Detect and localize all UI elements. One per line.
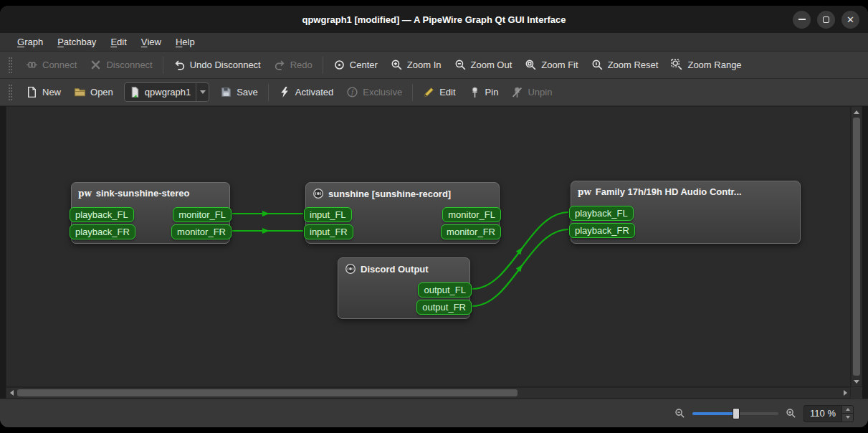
- minimize-button[interactable]: [793, 11, 811, 29]
- disconnect-button[interactable]: Disconnect: [83, 54, 158, 76]
- scroll-down-arrow[interactable]: [852, 376, 862, 386]
- port-input-fr[interactable]: input_FR: [304, 224, 353, 239]
- zoom-range-button[interactable]: Zoom Range: [664, 54, 748, 76]
- minimize-icon: [798, 19, 806, 20]
- menu-view[interactable]: View: [134, 33, 168, 51]
- exclusive-icon: f: [346, 86, 358, 98]
- toolbar-separator: [323, 57, 323, 74]
- undo-icon: [173, 59, 186, 71]
- node-discord-output[interactable]: Discord Output output_FL output_FR: [338, 257, 470, 319]
- zoom-reset-button[interactable]: Zoom Reset: [585, 54, 665, 76]
- port-input-fl[interactable]: input_FL: [304, 207, 352, 222]
- zoom-slider-fill: [692, 412, 734, 415]
- center-button[interactable]: Center: [327, 54, 384, 76]
- graph-toolbar: Connect Disconnect Undo Disconnect Redo …: [0, 52, 868, 79]
- maximize-button[interactable]: [817, 11, 835, 29]
- zoom-spin-down[interactable]: [842, 414, 853, 422]
- menu-help[interactable]: Help: [168, 33, 202, 51]
- port-monitor-fr[interactable]: monitor_FR: [171, 224, 232, 239]
- horizontal-scrollbar[interactable]: [6, 387, 851, 399]
- zoom-out-small-icon[interactable]: [674, 408, 685, 419]
- toolbar-separator: [268, 84, 269, 101]
- menubar: Graph Patchbay Edit View Help: [0, 33, 868, 52]
- toolbar-separator: [163, 57, 163, 74]
- toolbar-separator: [412, 84, 413, 101]
- port-monitor-fl[interactable]: monitor_FL: [173, 207, 232, 222]
- unpin-button[interactable]: Unpin: [505, 82, 558, 103]
- maximize-icon: [823, 16, 829, 23]
- pipewire-icon: pw: [78, 189, 92, 199]
- unpin-icon: [511, 86, 523, 98]
- toolbar-handle[interactable]: [9, 57, 12, 73]
- zoom-value: 110 %: [804, 406, 841, 422]
- svg-text:f: f: [351, 88, 354, 96]
- close-icon: ✕: [846, 15, 854, 24]
- zoom-range-icon: [671, 59, 683, 71]
- scroll-left-arrow[interactable]: [6, 388, 16, 398]
- statusbar: 110 %: [0, 399, 868, 427]
- redo-button[interactable]: Redo: [267, 54, 319, 76]
- zoom-spinbox[interactable]: 110 %: [803, 405, 854, 422]
- zoom-out-icon: [454, 59, 467, 71]
- node-title: Discord Output: [361, 264, 429, 275]
- activated-toggle[interactable]: Activated: [272, 82, 340, 103]
- port-playback-fr[interactable]: playback_FR: [70, 224, 135, 239]
- connect-button[interactable]: Connect: [19, 54, 83, 76]
- graph-canvas[interactable]: pw sink-sunshine-stereo playback_FL play…: [6, 106, 851, 387]
- toolbar-handle[interactable]: [9, 85, 12, 100]
- undo-disconnect-button[interactable]: Undo Disconnect: [167, 54, 267, 76]
- port-monitor-fr[interactable]: monitor_FR: [441, 224, 501, 239]
- menu-patchbay[interactable]: Patchbay: [50, 33, 103, 51]
- patchbay-file-combobox[interactable]: qpwgraph1: [124, 82, 209, 102]
- zoom-slider[interactable]: [692, 407, 778, 420]
- titlebar[interactable]: qpwgraph1 [modified] — A PipeWire Graph …: [0, 6, 868, 33]
- patchbay-file-icon: [129, 86, 141, 98]
- main-area: pw sink-sunshine-stereo playback_FL play…: [0, 106, 868, 399]
- node-title: sink-sunshine-stereo: [96, 188, 190, 199]
- audio-app-icon: [345, 263, 356, 275]
- zoom-fit-icon: [525, 59, 537, 71]
- combo-dropdown-arrow[interactable]: [196, 83, 209, 101]
- edit-toggle[interactable]: Edit: [416, 82, 462, 103]
- pin-button[interactable]: Pin: [462, 82, 505, 103]
- center-icon: [333, 59, 345, 71]
- zoom-in-button[interactable]: Zoom In: [384, 54, 448, 76]
- scrollbar-corner: [851, 387, 862, 399]
- open-button[interactable]: Open: [67, 82, 120, 103]
- close-button[interactable]: ✕: [841, 11, 859, 29]
- vertical-scroll-thumb[interactable]: [853, 118, 860, 376]
- pencil-icon: [423, 86, 435, 98]
- node-title: Family 17h/19h HD Audio Contr...: [596, 186, 742, 197]
- save-icon: [220, 86, 232, 98]
- node-family-hd-audio[interactable]: pw Family 17h/19h HD Audio Contr... play…: [571, 181, 801, 244]
- port-playback-fl[interactable]: playback_FL: [569, 206, 634, 221]
- port-playback-fr[interactable]: playback_FR: [569, 223, 635, 238]
- new-button[interactable]: New: [19, 82, 67, 103]
- port-playback-fl[interactable]: playback_FL: [70, 207, 134, 222]
- zoom-reset-icon: [591, 59, 604, 71]
- node-title: sunshine [sunshine-record]: [328, 189, 451, 199]
- zoom-out-button[interactable]: Zoom Out: [448, 54, 519, 76]
- menu-edit[interactable]: Edit: [103, 33, 133, 51]
- combo-value: qpwgraph1: [145, 87, 191, 97]
- save-button[interactable]: Save: [214, 82, 264, 103]
- chevron-down-icon: [200, 90, 206, 94]
- port-output-fl[interactable]: output_FL: [418, 282, 472, 298]
- port-monitor-fl[interactable]: monitor_FL: [442, 207, 501, 222]
- zoom-in-small-icon[interactable]: [786, 408, 796, 419]
- scroll-right-arrow[interactable]: [840, 388, 850, 398]
- port-output-fr[interactable]: output_FR: [416, 300, 472, 315]
- window-title: qpwgraph1 [modified] — A PipeWire Graph …: [0, 14, 868, 25]
- zoom-slider-handle[interactable]: [733, 408, 740, 419]
- node-sink-sunshine-stereo[interactable]: pw sink-sunshine-stereo playback_FL play…: [71, 182, 230, 244]
- node-sunshine-record[interactable]: sunshine [sunshine-record] input_FL inpu…: [305, 182, 500, 244]
- zoom-fit-button[interactable]: Zoom Fit: [518, 54, 584, 76]
- lightning-icon: [279, 86, 291, 98]
- menu-graph[interactable]: Graph: [10, 33, 50, 51]
- new-file-icon: [26, 86, 38, 98]
- scroll-up-arrow[interactable]: [852, 107, 862, 117]
- zoom-spin-up[interactable]: [842, 406, 853, 414]
- horizontal-scroll-thumb[interactable]: [17, 389, 518, 396]
- vertical-scrollbar[interactable]: [851, 106, 862, 387]
- exclusive-toggle[interactable]: f Exclusive: [340, 82, 409, 103]
